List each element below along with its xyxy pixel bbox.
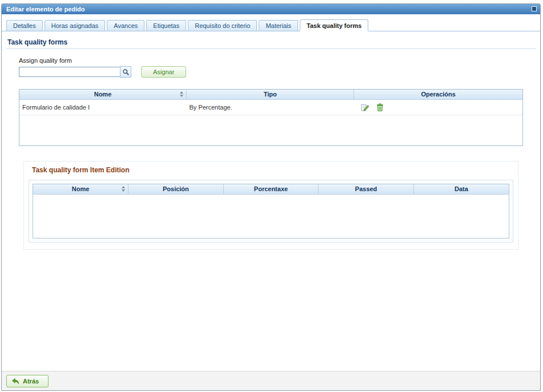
cell-tipo: By Percentage. xyxy=(186,99,353,115)
cell-operations xyxy=(354,99,522,115)
quality-form-search-input[interactable] xyxy=(19,67,120,77)
section-title-task-quality-forms: Task quality forms xyxy=(7,38,534,46)
tab-horas-asignadas[interactable]: Horas asignadas xyxy=(45,20,106,31)
quality-forms-table: Nome Tipo Operacións Formulario de calid xyxy=(19,89,523,146)
column-header-label: Data xyxy=(454,185,468,192)
tab-task-quality-forms[interactable]: Task quality forms xyxy=(300,19,368,31)
column-header-data[interactable]: Data xyxy=(413,184,509,194)
tab-label: Task quality forms xyxy=(307,22,361,29)
tab-materiais[interactable]: Materiais xyxy=(259,20,298,31)
asignar-button[interactable]: Asignar xyxy=(141,66,186,78)
delete-icon[interactable] xyxy=(375,102,385,112)
tab-label: Requisito do criterio xyxy=(195,22,250,29)
column-header-nome[interactable]: Nome xyxy=(33,184,128,194)
column-header-operacions[interactable]: Operacións xyxy=(354,90,522,99)
sort-icon[interactable] xyxy=(180,91,183,97)
quality-forms-header-row: Nome Tipo Operacións xyxy=(19,90,522,99)
tab-label: Horas asignadas xyxy=(51,22,99,29)
column-header-passed[interactable]: Passed xyxy=(319,184,414,194)
section-divider xyxy=(6,49,536,49)
sort-icon[interactable] xyxy=(122,186,125,192)
table-row[interactable]: Formulario de calidade I By Percentage. xyxy=(19,99,522,115)
tab-requisito-do-criterio[interactable]: Requisito do criterio xyxy=(188,20,257,31)
window-footer: Atrás xyxy=(2,371,540,390)
column-header-label: Porcentaxe xyxy=(254,185,288,192)
column-header-label: Nome xyxy=(72,185,90,192)
cell-nome: Formulario de calidade I xyxy=(19,99,186,115)
window-titlebar[interactable]: Editar elemento de pedido xyxy=(2,4,540,14)
column-header-label: Nome xyxy=(94,91,112,98)
tab-etiquetas[interactable]: Etiquetas xyxy=(146,20,186,31)
column-header-posicion[interactable]: Posición xyxy=(128,184,224,194)
tab-label: Avances xyxy=(114,22,138,29)
column-header-label: Posición xyxy=(163,185,189,192)
window-control-icon[interactable] xyxy=(532,6,537,11)
item-edition-frame: Nome Posición Porcentaxe xyxy=(29,180,513,243)
search-icon xyxy=(122,68,130,76)
tab-avances[interactable]: Avances xyxy=(107,20,144,31)
tab-label: Detalles xyxy=(13,22,36,29)
tab-bar: Detalles Horas asignadas Avances Etiquet… xyxy=(2,14,540,31)
edit-icon[interactable] xyxy=(360,102,370,112)
window-title: Editar elemento de pedido xyxy=(6,6,85,13)
tab-label: Etiquetas xyxy=(153,22,179,29)
item-edition-table: Nome Posición Porcentaxe xyxy=(33,184,509,239)
atras-button[interactable]: Atrás xyxy=(6,375,49,387)
column-header-tipo[interactable]: Tipo xyxy=(186,90,353,99)
item-edition-header-row: Nome Posición Porcentaxe xyxy=(33,184,509,194)
column-header-label: Operacións xyxy=(421,91,456,98)
tab-detalles[interactable]: Detalles xyxy=(6,20,43,31)
assign-quality-form-label: Assign quality form xyxy=(19,57,536,64)
assign-input-row: Asignar xyxy=(19,66,536,78)
search-button[interactable] xyxy=(120,66,131,78)
column-header-nome[interactable]: Nome xyxy=(19,90,186,99)
atras-button-label: Atrás xyxy=(23,378,39,385)
column-header-label: Passed xyxy=(355,185,377,192)
assign-quality-form-block: Assign quality form Asignar xyxy=(19,57,536,78)
tab-label: Materiais xyxy=(266,22,291,29)
column-header-label: Tipo xyxy=(264,91,277,98)
item-edition-groupbox: Task quality form Item Edition Nome Pos xyxy=(23,161,518,250)
edit-order-element-window: Editar elemento de pedido Detalles Horas… xyxy=(1,3,541,391)
tab-panel-task-quality-forms: Task quality forms Assign quality form A… xyxy=(2,31,540,372)
section-title-item-edition: Task quality form Item Edition xyxy=(32,166,513,174)
column-header-porcentaxe[interactable]: Porcentaxe xyxy=(223,184,319,194)
back-icon xyxy=(11,377,19,385)
